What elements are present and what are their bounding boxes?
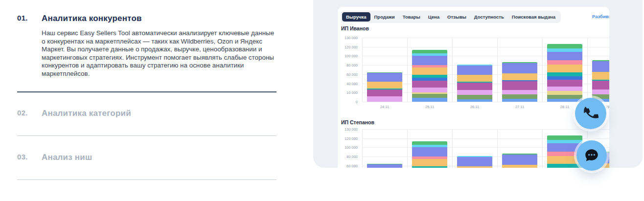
breakdown-link[interactable]: Разбивка: [592, 14, 609, 19]
bar-segment-orange: [502, 165, 537, 168]
item-number: 01.: [17, 14, 42, 22]
bar-segment-cornflower: [412, 98, 447, 102]
stacked-bar: [502, 154, 537, 168]
divider: [17, 135, 276, 136]
x-axis-tick-label: 25.11: [407, 105, 452, 109]
grid-line: [587, 38, 588, 102]
y-axis: 130 000120 000100 00080 00060 00040 0001…: [341, 129, 358, 168]
plot-area: 24.1125.1126.1127.1128.1129.11: [362, 38, 609, 102]
item-title: Анализ ниш: [42, 153, 92, 162]
stacked-bar: [592, 60, 609, 102]
stacked-bar: [457, 156, 492, 168]
tab-products[interactable]: Товары: [399, 12, 424, 22]
bar-segment-periwinkle: [547, 52, 582, 60]
phone-icon: [582, 105, 599, 122]
bar-segment-teal: [412, 166, 447, 168]
bar-segment-periwinkle: [457, 66, 492, 75]
grid-line: [452, 129, 453, 168]
stacked-bar: [367, 72, 402, 102]
grid-line: [407, 38, 408, 102]
bar-segment-magenta: [502, 81, 537, 90]
tab-sales[interactable]: Продажи: [370, 12, 399, 22]
accordion-item-categories[interactable]: 02. Аналитика категорий: [17, 109, 131, 118]
item-number: 02.: [17, 109, 42, 117]
bar-segment-orange: [412, 159, 447, 166]
grid-line: [542, 38, 543, 102]
bar-segment-periwinkle: [457, 157, 492, 166]
bar-segment-cyan: [547, 140, 582, 144]
page: 01. Аналитика конкурентов Наш сервис Eas…: [0, 0, 644, 201]
x-axis-tick-label: 26.11: [452, 105, 497, 109]
bar-segment-olive-green: [412, 94, 447, 98]
grid-line: [407, 129, 408, 168]
chart-title: ИП Иванов: [341, 25, 369, 31]
tab-revenue[interactable]: Выручка: [342, 12, 370, 22]
item-number: 03.: [17, 153, 42, 161]
y-axis-tick-label: 40 000: [346, 82, 358, 86]
bar-segment-periwinkle: [502, 155, 537, 164]
bar-segment-periwinkle: [412, 56, 447, 65]
bar-segment-magenta: [457, 83, 492, 90]
grid-line: [497, 38, 498, 102]
tab-reviews[interactable]: Отзывы: [443, 12, 470, 22]
chart-stepanov: ИП Степанов 130 000120 000100 00080 0006…: [341, 119, 609, 168]
divider: [17, 179, 276, 180]
y-axis-tick-label: 130 000: [345, 36, 358, 40]
stacked-bar: [412, 50, 447, 102]
bar-segment-teal: [547, 72, 582, 77]
bar-segment-orange: [367, 82, 402, 89]
x-axis-tick-label: 24.11: [362, 105, 407, 109]
item-title: Аналитика конкурентов: [42, 14, 142, 23]
grid-line: [362, 38, 363, 102]
bar-segment-cornflower: [502, 99, 537, 102]
dashboard-card: Выручка Продажи Товары Цена Отзывы Досту…: [338, 7, 609, 168]
grid-line: [452, 38, 453, 102]
y-axis-tick-label: 120 000: [345, 45, 358, 49]
grid-line: [362, 129, 609, 130]
bar-segment-olive-green: [502, 94, 537, 99]
tab-availability[interactable]: Доступность: [470, 12, 508, 22]
bar-segment-light-violet: [547, 87, 582, 91]
bar-segment-cornflower: [457, 99, 492, 102]
bar-segment-magenta: [367, 89, 402, 97]
bar-segment-green: [412, 141, 447, 145]
stacked-bar: [547, 44, 582, 102]
y-axis-tick-label: 0: [356, 100, 358, 104]
bar-segment-magenta: [412, 81, 447, 88]
bar-segment-light-violet: [412, 88, 447, 92]
plot-area: 24.1125.1126.1127.1128.1129.11: [362, 129, 609, 168]
chat-button[interactable]: [576, 140, 607, 171]
bar-segment-periwinkle: [412, 147, 447, 156]
bar-segment-orange: [592, 72, 609, 80]
stacked-bar: [502, 62, 537, 102]
bar-segment-green: [547, 135, 582, 140]
bar-segment-cornflower: [547, 99, 582, 102]
chart-ivanov: ИП Иванов 130 000120 000100 00080 00060 …: [341, 25, 609, 118]
grid-line: [362, 102, 609, 102]
accordion-item-competitors[interactable]: 01. Аналитика конкурентов: [17, 14, 142, 23]
bar-segment-orange: [457, 166, 492, 168]
stacked-bar: [367, 164, 402, 168]
y-axis-tick-label: 60 000: [346, 72, 358, 77]
bar-segment-light-violet: [592, 89, 609, 94]
stacked-bar: [412, 141, 447, 168]
grid-line: [542, 129, 543, 168]
tab-search-results[interactable]: Поисковая выдача: [508, 12, 559, 22]
bar-segment-olive-green: [457, 95, 492, 99]
bar-segment-green: [547, 44, 582, 48]
tab-bar: Выручка Продажи Товары Цена Отзывы Досту…: [341, 11, 561, 23]
tab-price[interactable]: Цена: [424, 12, 443, 22]
bar-segment-pink: [547, 60, 582, 65]
bar-segment-orange: [412, 67, 447, 75]
bar-segment-light-violet: [367, 96, 402, 102]
y-axis-tick-label: 80 000: [346, 155, 358, 159]
accordion-item-niches[interactable]: 03. Анализ ниш: [17, 153, 92, 162]
x-axis-tick-label: 27.11: [497, 105, 542, 109]
item-title: Аналитика категорий: [42, 109, 131, 118]
bar-segment-periwinkle: [367, 73, 402, 82]
phone-call-button[interactable]: [575, 98, 606, 129]
y-axis-tick-label: 100 000: [345, 145, 358, 150]
bar-segment-cyan: [547, 48, 582, 52]
bar-segment-periwinkle: [592, 61, 609, 72]
stacked-bar: [457, 65, 492, 102]
